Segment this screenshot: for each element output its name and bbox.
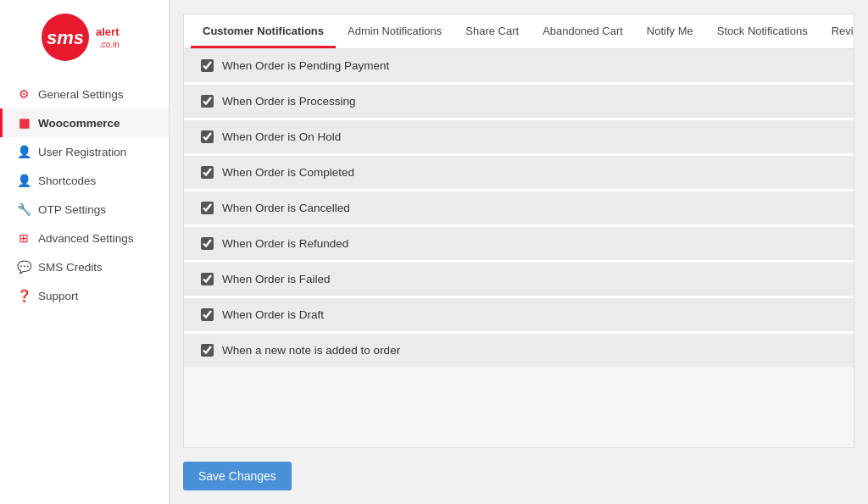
sms-icon: 💬 — [16, 260, 31, 274]
sidebar-nav: ⚙ General Settings ▦ Woocommerce 👤 User … — [0, 73, 169, 310]
tab-admin-notifications[interactable]: Admin Notifications — [336, 14, 453, 48]
help-icon: ❓ — [16, 289, 31, 302]
sidebar-item-general-settings[interactable]: ⚙ General Settings — [0, 80, 169, 108]
checkbox-failed[interactable] — [201, 273, 214, 285]
checkbox-processing[interactable] — [201, 95, 214, 108]
gear-icon: ⚙ — [16, 87, 31, 101]
notif-row-pending-payment[interactable]: When Order is Pending Payment — [184, 49, 854, 85]
notif-row-new-note[interactable]: When a new note is added to order — [184, 334, 854, 367]
sidebar-item-label-otp-settings: OTP Settings — [38, 203, 106, 216]
sidebar-item-user-registration[interactable]: 👤 User Registration — [0, 137, 169, 166]
advanced-icon: ⊞ — [16, 231, 31, 245]
save-area: Save Changes — [183, 448, 854, 490]
tab-abandoned-cart[interactable]: Abandoned Cart — [531, 14, 635, 48]
tab-share-cart[interactable]: Share Cart — [453, 14, 531, 48]
sidebar-item-woocommerce[interactable]: ▦ Woocommerce — [0, 108, 169, 137]
checkbox-draft[interactable] — [201, 308, 214, 321]
notif-label-draft: When Order is Draft — [222, 308, 324, 321]
sidebar-item-support[interactable]: ❓ Support — [0, 281, 169, 310]
main-content: Customer Notifications Admin Notificatio… — [170, 0, 868, 504]
notif-row-draft[interactable]: When Order is Draft — [184, 298, 854, 334]
svg-text:alert: alert — [96, 25, 120, 38]
content-card: Customer Notifications Admin Notificatio… — [183, 14, 854, 448]
shortcode-icon: 👤 — [16, 174, 31, 187]
sidebar-item-label-general-settings: General Settings — [38, 88, 124, 101]
sidebar-item-advanced-settings[interactable]: ⊞ Advanced Settings — [0, 224, 169, 252]
notif-label-new-note: When a new note is added to order — [222, 344, 400, 357]
checkbox-new-note[interactable] — [201, 344, 214, 357]
sidebar-item-otp-settings[interactable]: 🔧 OTP Settings — [0, 195, 169, 224]
svg-text:.co.in: .co.in — [99, 40, 120, 49]
sidebar-item-shortcodes[interactable]: 👤 Shortcodes — [0, 166, 169, 195]
notif-row-completed[interactable]: When Order is Completed — [184, 156, 854, 191]
tab-notify-me[interactable]: Notify Me — [635, 14, 705, 48]
sidebar-item-label-advanced-settings: Advanced Settings — [38, 232, 134, 245]
sms-alert-logo: sms alert .co.in — [38, 12, 131, 63]
wrench-icon: 🔧 — [16, 202, 31, 216]
notification-list: When Order is Pending Payment When Order… — [184, 49, 854, 447]
notif-label-completed: When Order is Completed — [222, 166, 354, 179]
notif-row-refunded[interactable]: When Order is Refunded — [184, 227, 854, 263]
save-button[interactable]: Save Changes — [183, 462, 292, 490]
notif-label-on-hold: When Order is On Hold — [222, 130, 341, 143]
sidebar-item-label-sms-credits: SMS Credits — [38, 261, 103, 274]
logo-area: sms alert .co.in — [0, 0, 169, 73]
checkbox-on-hold[interactable] — [201, 130, 214, 143]
notif-row-processing[interactable]: When Order is Processing — [184, 85, 854, 120]
sidebar-item-label-woocommerce: Woocommerce — [38, 117, 120, 130]
notif-label-processing: When Order is Processing — [222, 95, 356, 108]
svg-text:sms: sms — [46, 27, 83, 48]
notif-row-on-hold[interactable]: When Order is On Hold — [184, 120, 854, 156]
checkbox-completed[interactable] — [201, 166, 214, 179]
tab-review[interactable]: Review — [820, 14, 854, 48]
sidebar-item-label-support: Support — [38, 290, 78, 302]
sidebar-item-sms-credits[interactable]: 💬 SMS Credits — [0, 252, 169, 281]
sidebar-item-label-user-registration: User Registration — [38, 146, 126, 158]
user-icon: 👤 — [16, 145, 31, 158]
notif-row-cancelled[interactable]: When Order is Cancelled — [184, 191, 854, 227]
notif-label-failed: When Order is Failed — [222, 273, 331, 285]
tabs-bar: Customer Notifications Admin Notificatio… — [184, 14, 854, 49]
checkbox-cancelled[interactable] — [201, 202, 214, 214]
logo: sms alert .co.in — [38, 12, 131, 63]
notif-row-failed[interactable]: When Order is Failed — [184, 263, 854, 298]
checkbox-refunded[interactable] — [201, 237, 214, 250]
tab-stock-notifications[interactable]: Stock Notifications — [705, 14, 820, 48]
tab-customer-notifications[interactable]: Customer Notifications — [191, 14, 336, 48]
notif-label-pending-payment: When Order is Pending Payment — [222, 59, 389, 72]
sidebar: sms alert .co.in ⚙ General Settings ▦ Wo… — [0, 0, 170, 504]
sidebar-item-label-shortcodes: Shortcodes — [38, 174, 96, 187]
grid-icon: ▦ — [16, 116, 31, 130]
notif-label-refunded: When Order is Refunded — [222, 237, 348, 250]
checkbox-pending-payment[interactable] — [201, 59, 214, 72]
notif-label-cancelled: When Order is Cancelled — [222, 202, 350, 214]
